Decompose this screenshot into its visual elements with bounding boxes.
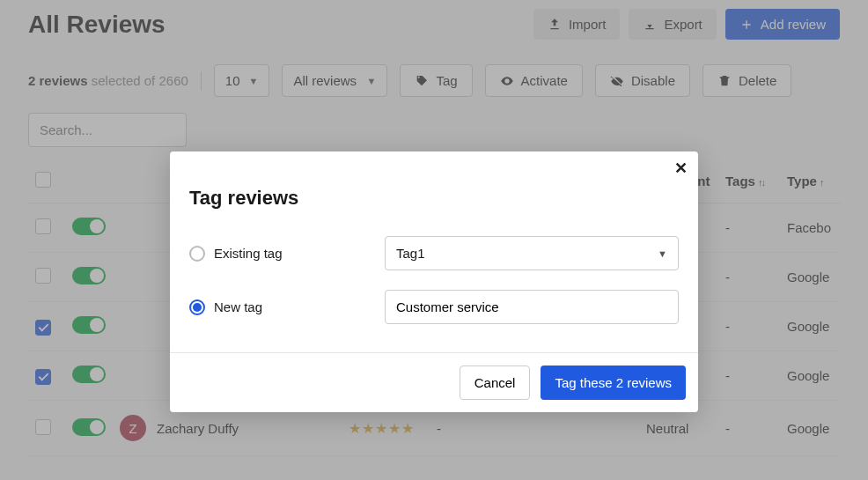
close-icon[interactable]: ✕ xyxy=(674,159,688,178)
radio-icon xyxy=(189,246,205,262)
existing-tag-radio[interactable]: Existing tag xyxy=(189,246,330,262)
existing-tag-select[interactable]: Tag1 ▼ xyxy=(385,236,679,270)
new-tag-input[interactable] xyxy=(385,290,679,324)
modal-title: Tag reviews xyxy=(170,151,698,229)
radio-icon xyxy=(189,299,205,315)
new-tag-radio[interactable]: New tag xyxy=(189,299,330,315)
cancel-button[interactable]: Cancel xyxy=(460,366,531,400)
tag-reviews-modal: ✕ Tag reviews Existing tag Tag1 ▼ New ta… xyxy=(170,151,698,412)
modal-overlay[interactable]: ✕ Tag reviews Existing tag Tag1 ▼ New ta… xyxy=(0,0,868,480)
confirm-tag-button[interactable]: Tag these 2 reviews xyxy=(541,366,686,400)
chevron-down-icon: ▼ xyxy=(658,248,667,259)
